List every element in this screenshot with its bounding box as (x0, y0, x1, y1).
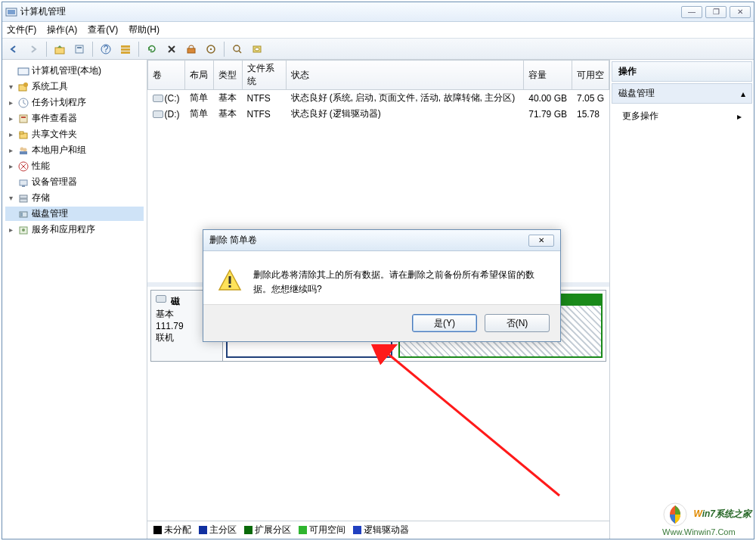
table-row[interactable]: (D:) 简单 基本 NTFS 状态良好 (逻辑驱动器) 71.79 GB 15… (148, 106, 609, 122)
tree-label: 本地用户和组 (32, 144, 86, 157)
col-free[interactable]: 可用空 (572, 61, 609, 90)
dialog-close-button[interactable]: ✕ (528, 235, 554, 247)
delete-icon[interactable] (163, 41, 180, 58)
tree-shared-folders[interactable]: ▸共享文件夹 (5, 127, 144, 141)
cell: (C:) (165, 93, 180, 104)
col-layout[interactable]: 布局 (184, 61, 213, 90)
tree-device-manager[interactable]: 设备管理器 (5, 175, 144, 189)
tree-event-viewer[interactable]: ▸事件查看器 (5, 111, 144, 126)
toolbar: ? (2, 39, 754, 60)
col-fs[interactable]: 文件系统 (242, 61, 286, 90)
svg-rect-8 (121, 48, 130, 51)
svg-rect-2 (55, 48, 64, 54)
find-icon[interactable] (229, 41, 246, 58)
col-volume[interactable]: 卷 (148, 61, 185, 90)
action-icon[interactable] (203, 41, 219, 58)
volume-icon (153, 110, 163, 118)
svg-rect-12 (210, 48, 212, 50)
tree-storage[interactable]: ▾存储 (5, 191, 144, 205)
svg-rect-38 (229, 285, 231, 288)
col-status[interactable]: 状态 (286, 61, 524, 90)
legend: 未分配 主分区 扩展分区 可用空间 逻辑驱动器 (147, 521, 609, 539)
settings-icon[interactable] (183, 41, 200, 58)
watermark: Win7系统之家 Www.Winwin7.Com (662, 502, 751, 536)
tree-label: 事件查看器 (32, 112, 77, 125)
svg-rect-3 (76, 45, 83, 53)
svg-rect-32 (20, 199, 27, 202)
forward-button[interactable] (25, 41, 42, 58)
refresh-icon[interactable] (144, 41, 160, 58)
cell: 7.05 G (572, 90, 609, 107)
col-type[interactable]: 类型 (213, 61, 242, 90)
legend-ext: 扩展分区 (255, 524, 291, 535)
wm-rest: in7系统之家 (702, 508, 751, 519)
maximize-button[interactable]: ❐ (705, 6, 727, 18)
tree-system-tools[interactable]: ▾系统工具 (5, 79, 144, 94)
tree-services[interactable]: ▸服务和应用程序 (5, 222, 144, 237)
warning-icon (217, 268, 243, 294)
no-button[interactable]: 否(N) (485, 314, 550, 332)
confirm-dialog: 删除 简单卷 ✕ 删除此卷将清除其上的所有数据。请在删除之前备份所有希望保留的数… (203, 229, 561, 342)
legend-unalloc: 未分配 (164, 524, 191, 535)
tree-label: 存储 (32, 191, 50, 204)
view-list-icon[interactable] (117, 41, 134, 58)
svg-rect-30 (22, 185, 25, 187)
svg-rect-24 (20, 132, 23, 134)
svg-rect-31 (20, 195, 27, 198)
cell: 71.79 GB (524, 106, 572, 122)
actions-diskmgmt[interactable]: 磁盘管理▴ (612, 83, 752, 104)
tree-disk-management[interactable]: 磁盘管理 (5, 207, 144, 221)
close-button[interactable]: ✕ (730, 6, 751, 18)
svg-rect-21 (20, 115, 27, 123)
tree-task-scheduler[interactable]: ▸任务计划程序 (5, 95, 144, 110)
cell: 简单 (184, 106, 213, 122)
wm-w: W (693, 508, 702, 519)
svg-rect-17 (18, 68, 29, 75)
svg-point-16 (255, 48, 259, 51)
up-button[interactable] (51, 41, 68, 58)
tree-label: 系统工具 (32, 80, 68, 93)
cell: NTFS (242, 90, 286, 107)
actions-more-label: 更多操作 (622, 110, 658, 123)
col-capacity[interactable]: 容量 (524, 61, 572, 90)
svg-rect-10 (187, 48, 195, 53)
tree-performance[interactable]: ▸性能 (5, 159, 144, 173)
app-icon (5, 6, 17, 18)
properties-button[interactable] (71, 41, 88, 58)
svg-rect-29 (20, 180, 27, 185)
window-title: 计算机管理 (20, 5, 681, 18)
volume-icon (153, 95, 163, 102)
cell: 基本 (213, 90, 242, 107)
tree-local-users[interactable]: ▸本地用户和组 (5, 143, 144, 157)
legend-free: 可用空间 (309, 524, 345, 535)
actions-header: 操作 (612, 61, 752, 82)
cell: 状态良好 (系统, 启动, 页面文件, 活动, 故障转储, 主分区) (286, 90, 524, 107)
disk-icon[interactable] (249, 41, 265, 58)
actions-pane: 操作 磁盘管理▴ 更多操作▸ (610, 60, 754, 539)
minimize-button[interactable]: — (681, 6, 702, 18)
svg-point-26 (23, 148, 27, 151)
help-icon[interactable]: ? (98, 41, 114, 58)
menu-action[interactable]: 操作(A) (47, 23, 77, 36)
menubar: 文件(F) 操作(A) 查看(V) 帮助(H) (2, 22, 754, 39)
back-button[interactable] (5, 41, 22, 58)
cell: 15.78 (572, 106, 609, 122)
watermark-icon (662, 502, 688, 527)
legend-logical: 逻辑驱动器 (364, 524, 409, 535)
menu-help[interactable]: 帮助(H) (129, 23, 160, 36)
tree-pane: 计算机管理(本地) ▾系统工具 ▸任务计划程序 ▸事件查看器 ▸共享文件夹 ▸本… (2, 60, 147, 539)
actions-more[interactable]: 更多操作▸ (610, 107, 754, 126)
disk-title: 磁 (171, 295, 180, 308)
cell: 状态良好 (逻辑驱动器) (286, 106, 524, 122)
svg-line-14 (239, 51, 241, 53)
table-row[interactable]: (C:) 简单 基本 NTFS 状态良好 (系统, 启动, 页面文件, 活动, … (148, 90, 609, 107)
tree-root[interactable]: 计算机管理(本地) (5, 64, 144, 78)
yes-button[interactable]: 是(Y) (412, 314, 477, 332)
svg-rect-34 (20, 213, 23, 216)
chevron-right-icon: ▸ (737, 111, 742, 122)
tree-label: 共享文件夹 (32, 128, 77, 141)
svg-rect-7 (121, 45, 130, 48)
menu-file[interactable]: 文件(F) (7, 23, 36, 36)
svg-rect-27 (20, 151, 27, 154)
menu-view[interactable]: 查看(V) (88, 23, 118, 36)
